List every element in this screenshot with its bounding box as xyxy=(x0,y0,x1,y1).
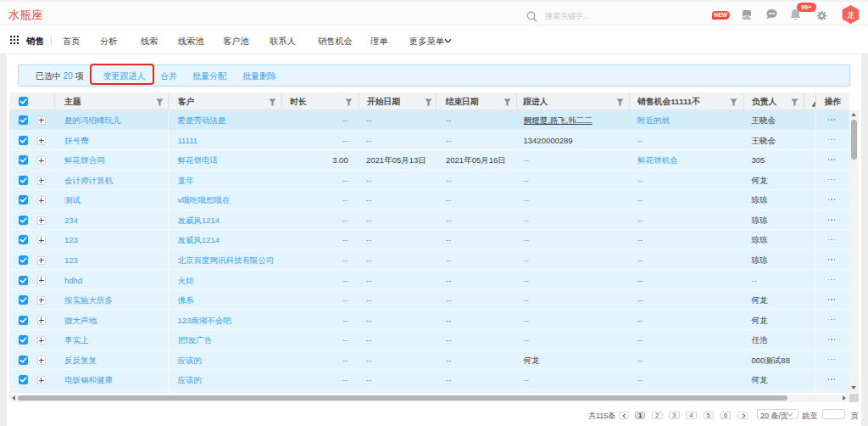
svg-text:龙: 龙 xyxy=(847,10,855,20)
